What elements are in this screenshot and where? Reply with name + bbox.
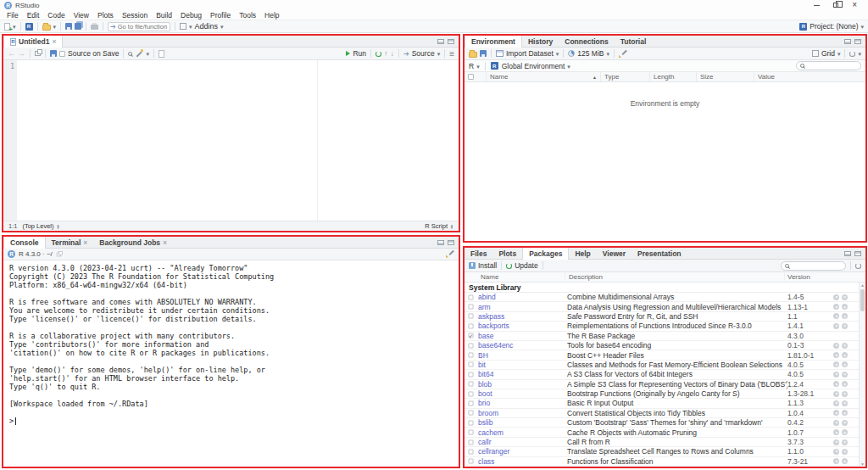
package-loaded-checkbox[interactable] [469, 449, 474, 454]
package-loaded-checkbox[interactable] [469, 314, 474, 319]
package-name-link[interactable]: cellranger [474, 447, 567, 456]
save-all-icon[interactable] [75, 23, 81, 30]
package-row[interactable]: callr Call R from R 3.7.3 × [465, 438, 859, 447]
remove-package-icon[interactable]: × [842, 352, 848, 358]
select-all-checkbox[interactable] [468, 74, 474, 80]
package-loaded-checkbox[interactable] [469, 305, 474, 310]
source-button[interactable]: Source [412, 49, 440, 58]
code-tools-icon[interactable] [135, 49, 143, 58]
tab-tutorial[interactable]: Tutorial [615, 36, 653, 47]
tab-close-icon[interactable] [83, 238, 87, 247]
refresh-packages-icon[interactable] [855, 263, 861, 269]
pane-minimize-icon[interactable] [844, 251, 851, 256]
save-icon[interactable] [65, 23, 72, 30]
environment-scope-selector[interactable]: Global Environment [502, 62, 570, 70]
scope-selector[interactable]: (Top Level) [22, 222, 59, 230]
pane-minimize-icon[interactable] [437, 240, 444, 245]
package-loaded-checkbox[interactable] [469, 439, 474, 445]
package-row[interactable]: blob A Simple S3 Class for Representing … [465, 380, 859, 389]
load-workspace-icon[interactable] [469, 52, 477, 58]
tab-environment[interactable]: Environment [465, 36, 522, 48]
print-icon[interactable] [91, 25, 98, 30]
browse-package-icon[interactable] [833, 458, 839, 464]
package-loaded-checkbox[interactable] [469, 411, 474, 416]
remove-package-icon[interactable]: × [842, 361, 848, 367]
package-row[interactable]: BH Boost C++ Header Files 1.81.0-1 × [465, 350, 859, 360]
package-loaded-checkbox[interactable] [469, 353, 474, 358]
package-row[interactable]: askpass Safe Password Entry for R, Git, … [465, 312, 859, 322]
scrollbar[interactable]: ▲ ▼ [859, 283, 865, 467]
package-row[interactable]: backports Reimplementations of Functions… [465, 322, 859, 331]
package-loaded-checkbox[interactable] [469, 430, 474, 435]
package-loaded-checkbox[interactable] [469, 382, 474, 387]
package-name-link[interactable]: base64enc [474, 341, 567, 350]
pane-layout-caret-icon[interactable] [189, 22, 192, 31]
package-loaded-checkbox[interactable] [469, 459, 474, 464]
remove-package-icon[interactable]: × [842, 372, 848, 378]
remove-package-icon[interactable]: × [842, 304, 848, 310]
menu-item[interactable]: Tools [235, 11, 260, 20]
import-dataset-button[interactable]: Import Dataset [506, 49, 559, 58]
previous-chunk-icon[interactable] [384, 49, 388, 58]
pane-layout-icon[interactable] [180, 23, 186, 30]
code-tools-caret-icon[interactable] [146, 49, 149, 58]
column-header-value[interactable]: Value [754, 72, 865, 81]
browse-package-icon[interactable] [833, 420, 839, 426]
pane-minimize-icon[interactable] [437, 39, 444, 44]
rerun-icon[interactable] [376, 51, 381, 57]
source-on-save-checkbox[interactable] [59, 51, 65, 57]
tab-history[interactable]: History [522, 36, 559, 47]
package-loaded-checkbox[interactable] [469, 401, 474, 406]
save-workspace-icon[interactable] [480, 50, 487, 57]
remove-package-icon[interactable]: × [842, 294, 848, 300]
browse-package-icon[interactable] [833, 449, 839, 455]
find-replace-icon[interactable] [128, 52, 132, 56]
filetype-selector[interactable]: R Script [425, 222, 453, 230]
scroll-up-icon[interactable]: ▲ [860, 283, 865, 288]
open-file-icon[interactable] [42, 25, 51, 31]
menu-item[interactable]: Profile [206, 11, 235, 20]
run-icon[interactable] [346, 51, 350, 56]
browse-package-icon[interactable] [833, 323, 839, 329]
package-row[interactable]: base The R Base Package 4.3.0 × [465, 332, 859, 341]
tab-files[interactable]: Files [465, 248, 492, 259]
pane-maximize-icon[interactable] [854, 251, 861, 256]
tab-console[interactable]: Console [3, 237, 46, 249]
goto-file-input[interactable] [118, 23, 167, 31]
column-header-length[interactable]: Length [650, 72, 697, 81]
package-row[interactable]: bit64 A S3 Class for Vectors of 64bit In… [465, 370, 859, 379]
remove-package-icon[interactable]: × [842, 439, 848, 445]
browse-package-icon[interactable] [833, 343, 839, 349]
browse-package-icon[interactable] [833, 410, 839, 416]
tab-help[interactable]: Help [569, 248, 596, 259]
remove-package-icon[interactable]: × [842, 313, 848, 319]
source-file-icon[interactable] [403, 49, 409, 58]
column-header-name[interactable]: Name [465, 273, 565, 281]
package-loaded-checkbox[interactable] [469, 343, 474, 348]
window-minimize-icon[interactable] [814, 5, 820, 6]
browse-package-icon[interactable] [833, 313, 839, 319]
back-icon[interactable] [8, 49, 15, 58]
column-header-description[interactable]: Description [565, 273, 784, 281]
document-outline-icon[interactable] [449, 49, 454, 59]
browse-package-icon[interactable] [833, 361, 839, 367]
browse-package-icon[interactable] [833, 372, 839, 378]
remove-package-icon[interactable]: × [842, 429, 848, 435]
tab-close-icon[interactable] [163, 238, 167, 247]
tab-untitled1[interactable]: Untitled1 [3, 36, 63, 48]
package-row[interactable]: broom Convert Statistical Objects into T… [465, 409, 859, 418]
project-button[interactable]: Project: (None) [810, 22, 864, 31]
browse-package-icon[interactable] [833, 352, 839, 358]
update-button[interactable]: Update [515, 261, 537, 270]
package-row[interactable]: arm Data Analysis Using Regression and M… [465, 302, 859, 311]
console-prompt-line[interactable]: > [9, 417, 459, 425]
browse-package-icon[interactable] [833, 294, 839, 300]
run-button[interactable]: Run [353, 49, 366, 58]
package-name-link[interactable]: brio [474, 399, 567, 407]
package-name-link[interactable]: backports [474, 322, 567, 330]
refresh-environment-icon[interactable] [849, 51, 855, 57]
package-name-link[interactable]: bit [474, 361, 567, 369]
menu-item[interactable]: Build [152, 11, 176, 20]
tab-terminal[interactable]: Terminal [46, 237, 94, 248]
remove-package-icon[interactable]: × [842, 449, 848, 455]
